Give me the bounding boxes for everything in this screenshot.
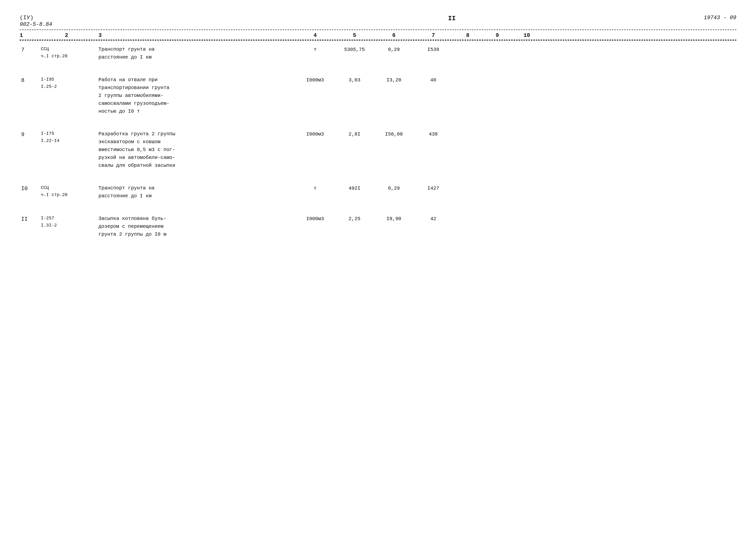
header: (IУ) 902-5-8.84 II 19743 - 09 <box>20 15 736 27</box>
header-iy: (IУ) <box>20 15 52 21</box>
divider-mid <box>20 40 736 40</box>
row-qty: 5305,75 <box>335 45 374 53</box>
row-num: I0 <box>20 184 39 193</box>
col-header-5: 5 <box>335 32 374 39</box>
row-price: I8,90 <box>374 215 414 223</box>
col-header-6: 6 <box>374 32 414 39</box>
row-price: 0,29 <box>374 184 414 192</box>
row-code: I-I75I.22-I4 <box>39 130 94 144</box>
row-total: 42 <box>414 215 453 223</box>
row-code: I-257I.3I-2 <box>39 215 94 229</box>
header-left: (IУ) 902-5-8.84 <box>20 15 52 27</box>
row-unit: I000м3 <box>295 130 335 138</box>
row-unit: т <box>295 184 335 192</box>
row-num: 9 <box>20 130 39 139</box>
row-price: I56,00 <box>374 130 414 138</box>
table-row: I0 ССЦч.I стр.28 Транспорт грунта нарасс… <box>20 184 736 200</box>
table-row: 7 ССЦч.I стр.28 Транспорт грунта нарасст… <box>20 45 736 61</box>
col-header-7: 7 <box>414 32 453 39</box>
row-qty: 2,8I <box>335 130 374 138</box>
col-header-9: 9 <box>482 32 512 39</box>
row-num: 8 <box>20 76 39 85</box>
row-total: 438 <box>414 130 453 138</box>
table-row: 8 I-I95I.25-2 Работа на отвале притрансп… <box>20 76 736 115</box>
row-unit: т <box>295 45 335 53</box>
row-num: II <box>20 215 39 223</box>
row-code: I-I95I.25-2 <box>39 76 94 90</box>
table-row: II I-257I.3I-2 Засыпка котлована буль-до… <box>20 215 736 238</box>
col-header-1: 1 <box>20 32 39 39</box>
row-code: ССЦч.I стр.28 <box>39 184 94 198</box>
col-header-8: 8 <box>453 32 482 39</box>
col-header-10: 10 <box>512 32 542 39</box>
row-total: 40 <box>414 76 453 84</box>
header-code: 902-5-8.84 <box>20 21 52 27</box>
col-header-3: 3 <box>94 32 295 39</box>
header-right: 19743 - 09 <box>704 15 736 21</box>
column-headers: 1 2 3 4 5 6 7 8 9 10 <box>20 30 736 40</box>
row-desc: Транспорт грунта нарасстояние до I км <box>94 184 295 200</box>
row-price: I3,20 <box>374 76 414 84</box>
row-desc: Транспорт грунта нарасстояние до I км <box>94 45 295 61</box>
row-desc: Работа на отвале притранспортировании гр… <box>94 76 295 115</box>
row-qty: 2,25 <box>335 215 374 223</box>
header-center: II <box>448 15 456 22</box>
row-price: 0,29 <box>374 45 414 53</box>
row-qty: 492I <box>335 184 374 192</box>
row-code: ССЦч.I стр.28 <box>39 45 94 60</box>
row-total: I539 <box>414 45 453 53</box>
row-qty: 3,03 <box>335 76 374 84</box>
row-unit: I000м3 <box>295 76 335 84</box>
row-desc: Разработка грунта 2 группыэкскаватором с… <box>94 130 295 169</box>
row-unit: I000м3 <box>295 215 335 223</box>
row-num: 7 <box>20 45 39 54</box>
col-header-4: 4 <box>295 32 335 39</box>
table-body: 7 ССЦч.I стр.28 Транспорт грунта нарасст… <box>20 45 736 238</box>
col-header-2: 2 <box>39 32 94 39</box>
row-total: I427 <box>414 184 453 192</box>
row-desc: Засыпка котлована буль-дозером с перемещ… <box>94 215 295 238</box>
table-row: 9 I-I75I.22-I4 Разработка грунта 2 групп… <box>20 130 736 169</box>
